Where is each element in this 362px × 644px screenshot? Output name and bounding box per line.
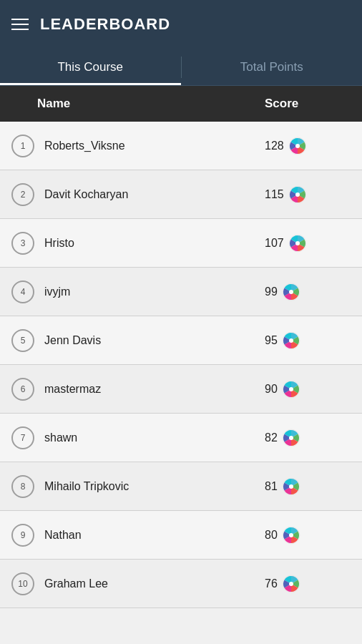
column-header-name: Name xyxy=(11,97,265,111)
pinwheel-icon xyxy=(288,185,307,204)
pinwheel-icon xyxy=(288,234,307,253)
player-name: Jenn Davis xyxy=(34,334,265,347)
table-row: 6 mastermaz 90 xyxy=(0,365,362,414)
pinwheel-icon xyxy=(282,283,300,301)
column-header-score: Score xyxy=(265,97,351,111)
score-cell: 107 xyxy=(265,234,351,253)
score-value: 95 xyxy=(265,334,278,347)
tab-bar: This Course Total Points xyxy=(0,49,362,86)
score-value: 99 xyxy=(265,286,278,298)
rank-badge: 7 xyxy=(11,426,34,449)
score-cell: 128 xyxy=(265,137,351,155)
table-row: 1 Roberts_Viksne 128 xyxy=(0,122,362,170)
player-name: ivyjm xyxy=(34,286,265,298)
svg-point-3 xyxy=(295,192,300,197)
table-body: 1 Roberts_Viksne 128 2 Davit Kocharyan xyxy=(0,122,362,608)
score-value: 81 xyxy=(265,480,278,493)
score-cell: 82 xyxy=(265,429,351,447)
rank-badge: 2 xyxy=(11,183,34,206)
rank-badge: 3 xyxy=(11,232,34,255)
score-cell: 81 xyxy=(265,477,351,496)
pinwheel-icon xyxy=(282,429,300,447)
svg-point-9 xyxy=(289,338,293,343)
table-row: 8 Mihailo Tripkovic 81 xyxy=(0,462,362,511)
pinwheel-icon xyxy=(288,137,307,155)
score-cell: 95 xyxy=(265,331,351,350)
pinwheel-icon xyxy=(282,477,300,496)
score-value: 128 xyxy=(265,140,284,152)
table-row: 5 Jenn Davis 95 xyxy=(0,316,362,365)
svg-point-13 xyxy=(289,436,293,440)
hamburger-menu-icon[interactable] xyxy=(11,19,29,30)
score-cell: 90 xyxy=(265,380,351,399)
score-cell: 115 xyxy=(265,185,351,204)
score-value: 107 xyxy=(265,237,284,250)
rank-badge: 5 xyxy=(11,329,34,352)
app-header: LEADERBOARD xyxy=(0,0,362,49)
score-value: 80 xyxy=(265,529,278,542)
svg-point-17 xyxy=(289,533,293,537)
score-value: 76 xyxy=(265,577,278,590)
score-cell: 76 xyxy=(265,575,351,593)
svg-point-7 xyxy=(289,290,293,294)
player-name: Mihailo Tripkovic xyxy=(34,480,265,493)
svg-point-19 xyxy=(289,582,293,586)
svg-point-15 xyxy=(289,484,293,489)
player-name: Davit Kocharyan xyxy=(34,188,265,201)
table-row: 10 Graham Lee 76 xyxy=(0,560,362,608)
table-row: 2 Davit Kocharyan 115 xyxy=(0,170,362,219)
score-value: 115 xyxy=(265,188,284,201)
pinwheel-icon xyxy=(282,331,300,350)
rank-badge: 1 xyxy=(11,135,34,157)
player-name: Graham Lee xyxy=(34,577,265,590)
rank-badge: 8 xyxy=(11,475,34,498)
score-value: 90 xyxy=(265,383,278,396)
pinwheel-icon xyxy=(282,380,300,399)
table-row: 7 shawn 82 xyxy=(0,414,362,462)
svg-point-1 xyxy=(295,144,300,148)
score-cell: 99 xyxy=(265,283,351,301)
svg-point-11 xyxy=(289,387,293,391)
table-row: 9 Nathan 80 xyxy=(0,511,362,560)
table-row: 3 Hristo 107 xyxy=(0,219,362,268)
pinwheel-icon xyxy=(282,575,300,593)
table-header-row: Name Score xyxy=(0,86,362,122)
rank-badge: 4 xyxy=(11,280,34,303)
pinwheel-icon xyxy=(282,526,300,545)
svg-point-5 xyxy=(295,241,300,245)
table-row: 4 ivyjm 99 xyxy=(0,268,362,316)
leaderboard-table: Name Score 1 Roberts_Viksne 128 xyxy=(0,86,362,644)
score-value: 82 xyxy=(265,431,278,444)
rank-badge: 10 xyxy=(11,572,34,595)
player-name: shawn xyxy=(34,431,265,444)
rank-badge: 9 xyxy=(11,524,34,547)
player-name: Roberts_Viksne xyxy=(34,140,265,152)
score-cell: 80 xyxy=(265,526,351,545)
page-title: LEADERBOARD xyxy=(40,15,170,34)
tab-this-course[interactable]: This Course xyxy=(0,49,181,85)
rank-badge: 6 xyxy=(11,378,34,401)
player-name: Nathan xyxy=(34,529,265,542)
player-name: mastermaz xyxy=(34,383,265,396)
tab-total-points[interactable]: Total Points xyxy=(182,49,363,85)
player-name: Hristo xyxy=(34,237,265,250)
